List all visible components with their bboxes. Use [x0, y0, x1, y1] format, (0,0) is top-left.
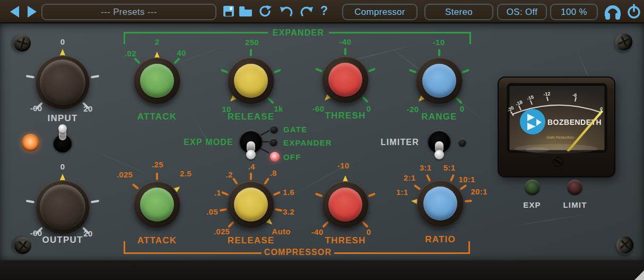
previous-preset-icon[interactable]: [10, 6, 19, 18]
mode-button[interactable]: Compressor: [342, 4, 417, 20]
tick-mark: [91, 200, 99, 203]
expander-range-label: RANGE: [421, 112, 457, 122]
tick-mark: [409, 69, 417, 74]
help-icon[interactable]: ?: [320, 4, 328, 18]
reload-icon[interactable]: [258, 4, 272, 18]
ui-zoom-button[interactable]: 100 %: [550, 4, 598, 20]
tick-label: 2: [155, 37, 160, 46]
gate-led: [270, 125, 278, 133]
tick-label: 2.5: [180, 169, 192, 178]
tick-mark: [173, 57, 180, 64]
undo-icon[interactable]: [280, 5, 293, 18]
limit-active-led: [567, 180, 582, 195]
tick-label: 250: [245, 38, 259, 47]
expander-release-label: RELEASE: [228, 112, 275, 122]
tick-label: -60: [30, 104, 42, 113]
tick-label: 10:1: [458, 175, 475, 184]
headphones-icon[interactable]: [604, 3, 622, 21]
oversampling-button[interactable]: OS: Off: [497, 4, 547, 20]
input-knob[interactable]: -60 0 20 INPUT: [15, 35, 110, 130]
tick-label: 0: [60, 37, 65, 46]
tick-mark: [465, 200, 472, 202]
tick-label: 40: [177, 48, 186, 57]
tick-mark: [221, 69, 229, 74]
compressor-attack-label: ATTACK: [137, 235, 177, 246]
tick-mark: [368, 68, 376, 73]
power-icon[interactable]: [627, 4, 641, 20]
tick-label: -40: [340, 37, 352, 46]
tick-label: 0: [60, 162, 65, 171]
tick-mark: [267, 97, 274, 104]
tick-label: 20: [83, 104, 92, 113]
open-folder-icon[interactable]: [239, 6, 253, 16]
knob-cap: [234, 188, 268, 222]
save-icon[interactable]: [223, 5, 234, 17]
tick-label: -60: [30, 228, 42, 237]
limiter-led: [458, 139, 466, 147]
knob-cap: [40, 184, 85, 230]
tick-label: 3:1: [420, 163, 432, 172]
tick-mark: [344, 48, 346, 55]
tick-mark: [315, 193, 323, 198]
tick-label: -20: [407, 105, 419, 114]
expander-thresh-label: THRESH: [325, 111, 365, 121]
knob-cap: [328, 63, 362, 97]
tick-label: -10: [337, 161, 350, 170]
tick-label: 1.6: [283, 188, 294, 197]
tick-mark: [250, 49, 252, 56]
channel-mode-button[interactable]: Stereo: [424, 4, 493, 20]
compressor-release-knob[interactable]: .025 .05 .1 .2 .4 .8 1.6 3.2 Auto RELEAS…: [203, 157, 299, 252]
tick-mark: [232, 177, 238, 185]
tick-mark: [156, 173, 158, 180]
next-preset-icon[interactable]: [28, 6, 37, 18]
resize-handle[interactable]: [634, 270, 644, 280]
tick-mark: [450, 174, 455, 182]
screw: [613, 31, 635, 53]
compressor-attack-knob[interactable]: .025 .25 2.5 ATTACK: [109, 157, 205, 252]
knob-cap: [140, 188, 174, 222]
tick-mark: [414, 184, 421, 190]
output-knob[interactable]: -60 0 20 OUTPUT: [15, 159, 110, 255]
redo-icon[interactable]: [300, 5, 314, 18]
tick-mark: [426, 174, 431, 182]
exp-mode-option-expander[interactable]: EXPANDER: [283, 138, 332, 147]
expander-range-knob[interactable]: -20 -10 0 RANGE: [391, 33, 487, 129]
compressor-bracket: [124, 252, 262, 254]
exp-mode-option-gate[interactable]: GATE: [283, 125, 307, 134]
tick-mark: [221, 191, 229, 196]
limiter-label: LIMITER: [370, 138, 419, 147]
tick-mark: [460, 184, 467, 190]
compressor-thresh-label: THRESH: [325, 235, 365, 246]
bypass-toggle-tip[interactable]: [58, 124, 67, 133]
tick-mark: [315, 68, 323, 73]
limit-led-label: LIMIT: [563, 200, 587, 209]
tick-mark: [220, 208, 228, 212]
compressor-ratio-knob[interactable]: 1:1 2:1 3:1 5:1 10:1 20:1 RATIO: [393, 156, 488, 251]
tick-label: -10: [433, 38, 445, 47]
tick-label: 0: [367, 227, 371, 236]
exp-active-led: [525, 180, 540, 195]
knob-cap: [328, 188, 362, 222]
knob-cap: [422, 64, 456, 98]
exp-led-label: EXP: [521, 200, 543, 209]
tick-label: 2:1: [404, 173, 416, 182]
preset-selector[interactable]: --- Presets ---: [41, 4, 216, 20]
tick-label: 20: [83, 229, 92, 238]
expander-attack-knob[interactable]: .02 2 40 ATTACK: [109, 33, 205, 129]
tick-mark: [368, 193, 376, 198]
input-knob-label: INPUT: [48, 113, 78, 124]
compressor-thresh-knob[interactable]: -40 -10 0 THRESH: [298, 157, 393, 252]
gain-reduction-meter: -20 -18 -15 -12 -6 0 BOZBENDETH Gain Red…: [498, 77, 615, 180]
tick-mark: [26, 200, 34, 203]
expander-thresh-knob[interactable]: -60 -40 0 THRESH: [298, 32, 393, 128]
compressor-ratio-label: RATIO: [425, 234, 456, 245]
tick-label: .02: [125, 49, 136, 58]
bottom-bar: [0, 260, 644, 280]
tick-label: Auto: [272, 227, 290, 236]
tick-label: 3.2: [283, 207, 294, 216]
input-signal-led: [22, 134, 39, 151]
tick-label: .025: [117, 170, 133, 179]
expander-release-knob[interactable]: 10 250 1k RELEASE: [203, 33, 299, 129]
tick-label: 20:1: [471, 187, 487, 196]
tick-label: -40: [311, 227, 324, 236]
